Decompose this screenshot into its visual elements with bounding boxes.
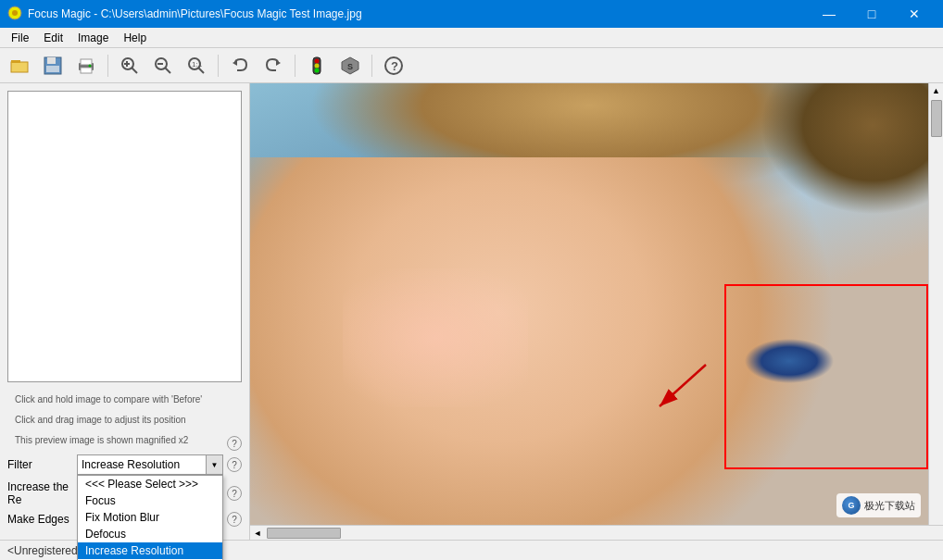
- svg-rect-3: [11, 62, 28, 72]
- title-bar: Focus Magic - C:\Users\admin\Pictures\Fo…: [0, 0, 943, 28]
- filter-select-wrapper: Increase Resolution ▼: [77, 454, 223, 475]
- image-display[interactable]: G 极光下载站: [250, 83, 928, 525]
- svg-text:S: S: [347, 62, 353, 71]
- svg-line-18: [165, 68, 170, 73]
- dropdown-item-focus[interactable]: Focus: [78, 492, 222, 509]
- toolbar-separator-1: [107, 55, 108, 77]
- svg-point-26: [315, 63, 320, 68]
- close-button[interactable]: ✕: [893, 0, 936, 28]
- image-container: G 极光下载站 ▲ ◄: [250, 83, 943, 540]
- window-title: Focus Magic - C:\Users\admin\Pictures\Fo…: [28, 7, 808, 20]
- menu-file[interactable]: File: [4, 30, 36, 46]
- svg-text:?: ?: [391, 59, 398, 73]
- menu-bar: File Edit Image Help: [0, 28, 943, 48]
- preview-hint-1: Click and hold image to compare with 'Be…: [7, 390, 223, 410]
- svg-rect-10: [81, 68, 92, 73]
- zoom-actual-button[interactable]: 1:1: [181, 52, 212, 80]
- preview-help-button[interactable]: ?: [227, 436, 242, 451]
- watermark-logo: G: [842, 496, 861, 515]
- scroll-left-button[interactable]: ◄: [250, 526, 265, 541]
- app-icon: [7, 6, 22, 23]
- horizontal-scrollbar[interactable]: ◄: [250, 525, 943, 540]
- svg-line-15: [132, 68, 137, 73]
- svg-rect-4: [11, 60, 20, 63]
- preview-hint-2: Click and drag image to adjust its posit…: [7, 410, 223, 430]
- traffic-go-button[interactable]: [301, 52, 333, 80]
- traffic-stop-button[interactable]: S: [334, 52, 366, 80]
- svg-point-27: [315, 68, 320, 72]
- menu-edit[interactable]: Edit: [36, 30, 70, 46]
- filter-select-display[interactable]: Increase Resolution: [77, 454, 207, 475]
- zoom-in-button[interactable]: [114, 52, 145, 80]
- make-edges-help-button[interactable]: ?: [227, 512, 242, 527]
- filter-label: Filter: [7, 458, 77, 471]
- preview-box: [7, 91, 242, 382]
- svg-rect-9: [81, 59, 92, 65]
- toolbar-separator-3: [295, 55, 295, 77]
- svg-point-11: [89, 64, 92, 67]
- main-area: Click and hold image to compare with 'Be…: [0, 83, 943, 540]
- svg-point-1: [12, 10, 18, 16]
- svg-rect-7: [46, 66, 59, 72]
- toolbar: 1:1 S ?: [0, 48, 943, 83]
- dropdown-item-increase-resolution[interactable]: Increase Resolution: [78, 542, 222, 559]
- help-button[interactable]: ?: [378, 52, 409, 80]
- image-row: G 极光下载站 ▲: [250, 83, 943, 525]
- h-scroll-thumb[interactable]: [267, 528, 341, 539]
- preview-hint-3: This preview image is shown magnified x2: [7, 430, 223, 451]
- open-button[interactable]: [4, 52, 35, 80]
- left-panel: Click and hold image to compare with 'Be…: [0, 83, 250, 540]
- dropdown-item-defocus[interactable]: Defocus: [78, 526, 222, 542]
- print-button[interactable]: [70, 52, 102, 80]
- dropdown-item-please-select[interactable]: <<< Please Select >>>: [78, 476, 222, 492]
- scroll-up-button[interactable]: ▲: [929, 83, 944, 98]
- increase-re-label: Increase the Re: [7, 480, 77, 506]
- svg-point-25: [315, 58, 320, 63]
- redo-button[interactable]: [258, 52, 289, 80]
- toolbar-separator-4: [371, 55, 372, 77]
- filter-row: Filter Increase Resolution ▼ ? <<< Pleas…: [7, 454, 242, 475]
- toolbar-separator-2: [218, 55, 219, 77]
- watermark: G 极光下载站: [836, 493, 921, 517]
- filter-help-button[interactable]: ?: [227, 457, 242, 472]
- svg-text:1:1: 1:1: [192, 60, 203, 68]
- save-button[interactable]: [37, 52, 69, 80]
- filter-select-arrow[interactable]: ▼: [207, 454, 223, 475]
- menu-image[interactable]: Image: [70, 30, 116, 46]
- watermark-text: 极光下载站: [864, 499, 915, 513]
- make-edges-label: Make Edges: [7, 513, 77, 526]
- menu-help[interactable]: Help: [116, 30, 154, 46]
- minimize-button[interactable]: —: [808, 0, 850, 28]
- increase-re-help-button[interactable]: ?: [227, 486, 242, 501]
- maximize-button[interactable]: □: [850, 0, 893, 28]
- svg-rect-6: [47, 57, 56, 64]
- filter-dropdown[interactable]: <<< Please Select >>> Focus Fix Motion B…: [77, 475, 223, 560]
- status-text: <Unregistered>: [7, 544, 84, 557]
- undo-button[interactable]: [224, 52, 256, 80]
- zoom-out-button[interactable]: [147, 52, 179, 80]
- controls-area: Filter Increase Resolution ▼ ? <<< Pleas…: [0, 451, 249, 540]
- vertical-scrollbar[interactable]: ▲: [928, 83, 943, 525]
- v-scroll-thumb[interactable]: [931, 100, 942, 137]
- dropdown-item-fix-motion-blur[interactable]: Fix Motion Blur: [78, 509, 222, 526]
